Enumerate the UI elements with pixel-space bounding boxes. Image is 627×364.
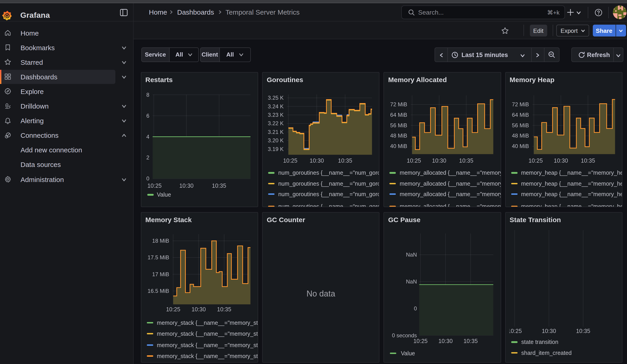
svg-text:3.25 K: 3.25 K: [268, 95, 284, 101]
svg-text:3.20 K: 3.20 K: [268, 137, 284, 144]
svg-text:10:30: 10:30: [310, 157, 314, 164]
svg-text:10:25: 10:25: [283, 157, 298, 164]
svg-text:4: 4: [146, 134, 149, 140]
svg-text:6: 6: [146, 113, 149, 119]
svg-text:3.19 K: 3.19 K: [268, 146, 284, 152]
svg-text:3.21 K: 3.21 K: [268, 129, 284, 135]
svg-text:3.22 K: 3.22 K: [268, 120, 284, 126]
svg-text:3.23 K: 3.23 K: [268, 112, 284, 118]
svg-text:3.24 K: 3.24 K: [268, 103, 284, 109]
svg-text:0: 0: [146, 175, 149, 182]
svg-text:8: 8: [146, 92, 149, 98]
svg-text:2: 2: [146, 155, 149, 160]
